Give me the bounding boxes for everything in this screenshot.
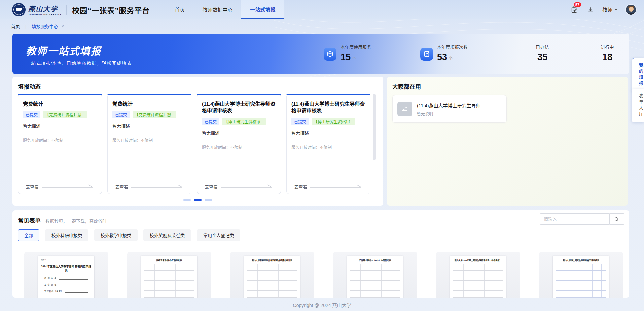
main-nav: 首页 教师数据中心 一站式填报 <box>166 0 284 19</box>
view-button[interactable]: 去查看 <box>112 183 186 190</box>
section-subtitle-forms: 数据秒填，一键下载，高效省时 <box>45 218 107 224</box>
card-description: 暂无描述 <box>202 129 276 136</box>
card-open-time: 服务开放时间：不限制 <box>112 133 186 143</box>
popular-item[interactable]: (11.4)燕山大学博士研究生导师... 暂无说明 <box>392 95 507 123</box>
scrollbar[interactable] <box>373 94 376 160</box>
form-thumbnail[interactable]: 燕山大学2024年硕士研究生导师审核表（参考模板） <box>436 252 520 298</box>
status-badge: 已提交 <box>112 111 130 118</box>
avatar[interactable] <box>625 4 637 15</box>
banner-subtitle: 一站式填报体验，自动填充数据，轻松完成填表 <box>26 59 132 66</box>
stat-label: 本年度填报次数 <box>437 44 468 50</box>
divider <box>66 5 67 15</box>
form-icon <box>420 48 433 61</box>
nav-tab-teacher-data-center[interactable]: 教师数据中心 <box>193 0 241 19</box>
stat-label: 本年度使用服务 <box>341 44 371 50</box>
arrow-right-icon <box>40 184 94 188</box>
stat-value: 15个 <box>341 52 371 63</box>
stat-value: 18 <box>594 52 621 63</box>
side-tab-form-hall[interactable]: 表单大厅 <box>632 89 644 122</box>
side-tab-my-filling[interactable]: 我的填报 <box>632 58 644 92</box>
form-thumbnail[interactable]: 柔性聘才服务卡（B卡）办理登记表 <box>333 252 417 298</box>
search-button[interactable] <box>609 213 624 225</box>
carousel-dot[interactable] <box>183 199 191 201</box>
form-preview: 燕山大学2024年硕士研究生导师审核表（参考模板） <box>450 256 506 298</box>
arrow-right-icon <box>219 184 273 188</box>
activity-card[interactable]: (11.4)燕山大学博士研究生导师资格申请审核表 已提交 【博士研究生资格审..… <box>197 94 281 194</box>
arrow-right-icon <box>309 184 363 188</box>
divider <box>404 46 404 64</box>
filter-chip-all[interactable]: 全部 <box>18 229 39 241</box>
university-name-en: YANSHAN UNIVERSITY <box>28 13 62 16</box>
flow-badge: 【党费统计流程】您... <box>133 111 176 118</box>
search-input[interactable] <box>540 213 609 225</box>
carousel-dot[interactable] <box>205 199 212 201</box>
page-title: 校园“一张表”服务平台 <box>72 4 150 15</box>
common-forms-panel: 常见表单 数据秒填，一键下载，高效省时 全部 校外科研申报类 校外教学申报类 校… <box>12 210 629 298</box>
form-thumbnail[interactable]: 附件:2 2024 年度燕山大学教学名师 特聘岗位申请表 教 师 姓 名 主 讲… <box>24 252 108 298</box>
form-preview: 附件:2 2024 年度燕山大学教学名师 特聘岗位申请表 教 师 姓 名 主 讲… <box>38 256 94 298</box>
stat-label: 已办结 <box>529 44 556 50</box>
card-title: 党费统计 <box>23 101 97 107</box>
filter-chip-personal[interactable]: 常用个人登记类 <box>197 229 240 241</box>
card-description: 暂无描述 <box>23 122 97 129</box>
card-title: (11.4)燕山大学博士研究生导师资格申请审核表 <box>202 101 276 114</box>
section-title-forms: 常见表单 <box>18 216 41 224</box>
filter-chip-research[interactable]: 校外科研申报类 <box>45 229 88 241</box>
card-title: (11.4)燕山大学博士研究生导师资格申请审核表 <box>291 101 365 114</box>
breadcrumb-home[interactable]: 首页 <box>11 23 20 29</box>
form-preview: 燕山大学职称评审信息及科研业绩量化统计表 <box>244 256 300 298</box>
view-button[interactable]: 去查看 <box>202 183 276 190</box>
view-button[interactable]: 去查看 <box>23 183 97 190</box>
popular-item-title: (11.4)燕山大学博士研究生导师... <box>417 102 485 109</box>
divider <box>497 46 497 64</box>
banner-title: 教师一站式填报 <box>26 43 101 58</box>
filling-activity-panel: 填报动态 党费统计 已提交 【党费统计流程】您... 暂无描述 服务开放时间：不… <box>12 77 383 206</box>
stat-value: 35 <box>529 52 556 63</box>
section-title-popular: 大家都在用 <box>392 82 421 90</box>
todo-notification-button[interactable]: 57 <box>570 5 579 14</box>
breadcrumb: 首页 | 填报服务中心 × <box>0 19 644 33</box>
stat-label: 进行中 <box>594 44 621 50</box>
close-icon[interactable]: × <box>61 24 64 29</box>
form-thumbnails: 附件:2 2024 年度燕山大学教学名师 特聘岗位申请表 教 师 姓 名 主 讲… <box>24 252 623 298</box>
flow-badge: 【博士研究生资格审... <box>312 118 355 125</box>
breadcrumb-current[interactable]: 填报服务中心 <box>32 23 58 29</box>
app-header: 燕山大学 YANSHAN UNIVERSITY 校园“一张表”服务平台 首页 教… <box>0 0 644 19</box>
copyright: Copyright @ 2024 燕山大学 <box>0 302 644 308</box>
card-open-time: 服务开放时间：不限制 <box>202 140 276 150</box>
view-button[interactable]: 去查看 <box>291 183 365 190</box>
cube-icon <box>324 48 336 61</box>
stat-value: 53个 <box>437 52 468 63</box>
role-dropdown[interactable]: 教师 <box>602 6 618 13</box>
status-badge: 已提交 <box>291 118 309 125</box>
carousel-pagination <box>12 199 383 201</box>
chevron-down-icon <box>614 9 618 11</box>
image-placeholder-icon <box>397 102 412 116</box>
download-button[interactable] <box>586 5 595 14</box>
filter-chip-awards[interactable]: 校外奖励及荣誉类 <box>143 229 191 241</box>
university-seal-icon <box>12 3 26 16</box>
form-thumbnail[interactable]: 燕山大学职称评审信息及科研业绩量化统计表 <box>230 252 314 298</box>
form-category-filters: 全部 校外科研申报类 校外教学申报类 校外奖励及荣誉类 常用个人登记类 <box>18 229 240 241</box>
filter-chip-teaching[interactable]: 校外教学申报类 <box>94 229 138 241</box>
activity-card[interactable]: 党费统计 已提交 【党费统计流程】您... 暂无描述 服务开放时间：不限制 去查… <box>107 94 191 194</box>
form-table-preview <box>144 264 194 298</box>
flow-badge: 【党费统计流程】您... <box>43 111 87 118</box>
flow-badge: 【博士研究生资格审... <box>222 118 266 125</box>
role-label: 教师 <box>602 6 612 13</box>
popular-item-desc: 暂无说明 <box>417 111 485 116</box>
carousel-dot-active[interactable] <box>194 199 202 201</box>
nav-tab-home[interactable]: 首页 <box>166 0 193 19</box>
form-table-preview <box>350 264 400 298</box>
form-table-preview <box>453 264 503 298</box>
activity-card[interactable]: (11.4)燕山大学博士研究生导师资格申请审核表 已提交 【博士研究生资格审..… <box>286 94 370 194</box>
status-badge: 已提交 <box>23 111 40 118</box>
status-badge: 已提交 <box>202 118 219 125</box>
section-title-activity: 填报动态 <box>18 82 41 90</box>
form-thumbnail[interactable]: 高级专家退(离)休年龄审批表 <box>127 252 211 298</box>
nav-tab-one-stop-filling[interactable]: 一站式填报 <box>241 0 284 19</box>
form-thumbnail[interactable]: 燕山大学博士研究生导师资格申请审核表 <box>539 252 623 298</box>
search-icon <box>614 217 619 222</box>
activity-card[interactable]: 党费统计 已提交 【党费统计流程】您... 暂无描述 服务开放时间：不限制 去查… <box>18 94 102 194</box>
form-table-preview <box>556 264 606 298</box>
